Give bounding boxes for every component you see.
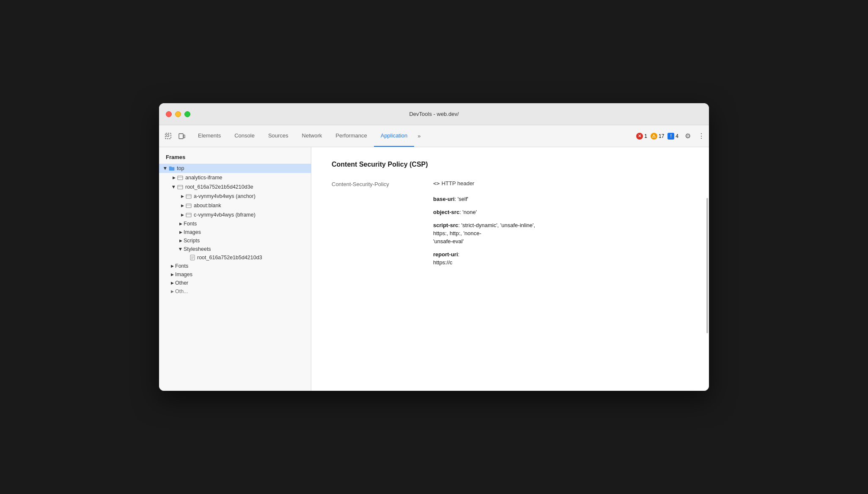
- sidebar-item-root-frame[interactable]: ▶ root_616a752e1b5d4210d3e: [159, 182, 311, 192]
- sidebar-label-fonts-root: Fonts: [184, 221, 197, 227]
- sidebar-item-about-blank[interactable]: ▶ about:blank: [159, 201, 311, 210]
- csp-key-header: Content-Security-Policy: [332, 180, 416, 187]
- file-icon-stylesheet: [190, 255, 195, 261]
- sidebar-label-about: about:blank: [194, 203, 221, 209]
- svg-rect-10: [186, 204, 191, 208]
- directive-object-src: object-src: [433, 209, 459, 215]
- more-options-button[interactable]: ⋮: [697, 130, 706, 142]
- svg-rect-4: [178, 176, 183, 180]
- sidebar-item-stylesheets-root[interactable]: ▶ Stylesheets: [159, 245, 311, 253]
- directive-report-uri: report-uri: [433, 251, 458, 258]
- tree-arrow-c-bframe: ▶: [179, 212, 185, 218]
- tree-arrow-fonts-top: ▶: [169, 263, 175, 269]
- csp-row-report-uri: report-uri:: [332, 251, 689, 258]
- sidebar-item-stylesheet-file[interactable]: root_616a752e1b5d4210d3: [159, 253, 311, 262]
- csp-value-script-src: script-src: 'strict-dynamic', 'unsafe-in…: [433, 222, 689, 228]
- tab-performance[interactable]: Performance: [329, 125, 374, 147]
- sidebar-item-c-bframe[interactable]: ▶ c-vynmy4vb4wys (bframe): [159, 210, 311, 220]
- directive-base-uri: base-uri: [433, 196, 455, 202]
- element-picker-button[interactable]: [162, 130, 174, 142]
- content-panel: Content Security Policy (CSP) Content-Se…: [311, 147, 709, 391]
- sidebar-item-a-anchor[interactable]: ▶ a-vynmy4vb4wys (anchor): [159, 192, 311, 201]
- settings-button[interactable]: ⚙: [682, 130, 694, 142]
- csp-value-header: <> HTTP header: [433, 180, 689, 187]
- folder-icon-analytics: [177, 174, 184, 181]
- maximize-button[interactable]: [184, 111, 190, 117]
- csp-row-script-src: script-src: 'strict-dynamic', 'unsafe-in…: [332, 222, 689, 228]
- warning-icon: ⚠: [651, 133, 657, 140]
- sidebar-item-analytics-iframe[interactable]: ▶ analytics-iframe: [159, 173, 311, 182]
- svg-rect-2: [179, 134, 183, 139]
- traffic-lights: [166, 111, 190, 117]
- sidebar-header: Frames: [159, 152, 311, 164]
- tab-sources[interactable]: Sources: [261, 125, 295, 147]
- csp-row-nonce: https:, http:, 'nonce-: [332, 230, 689, 236]
- sidebar-label-images-root: Images: [184, 229, 201, 235]
- csp-row-header: Content-Security-Policy <> HTTP header: [332, 180, 689, 187]
- content-scrollbar-thumb: [706, 198, 708, 333]
- tab-elements[interactable]: Elements: [191, 125, 228, 147]
- sidebar-item-fonts-top[interactable]: ▶ Fonts: [159, 262, 311, 270]
- toolbar-icons: [162, 130, 188, 142]
- more-tabs-button[interactable]: »: [414, 125, 424, 147]
- sidebar-item-top[interactable]: ▶ top: [159, 164, 311, 173]
- folder-icon-c-bframe: [185, 211, 192, 218]
- tree-arrow-about: ▶: [179, 203, 185, 209]
- folder-icon-about: [185, 202, 192, 209]
- tab-console[interactable]: Console: [228, 125, 261, 147]
- svg-rect-0: [165, 133, 171, 139]
- tree-arrow-stylesheets: ▶: [178, 246, 184, 252]
- csp-key-script-src: [332, 222, 416, 223]
- csp-key-unsafe-eval: [332, 238, 416, 239]
- sidebar-label-scripts-root: Scripts: [184, 238, 200, 244]
- csp-key-object-src: [332, 209, 416, 210]
- toolbar: Elements Console Sources Network Perform…: [159, 125, 709, 147]
- tree-arrow-root: ▶: [171, 184, 177, 190]
- tree-arrow-other-top: ▶: [169, 280, 175, 286]
- csp-key-base-uri: [332, 196, 416, 197]
- titlebar: DevTools - web.dev/: [159, 103, 709, 125]
- folder-icon-a-anchor: [185, 193, 192, 200]
- info-badge[interactable]: ! 4: [667, 133, 678, 140]
- csp-key-report-uri: [332, 251, 416, 252]
- csp-row-base-uri: base-uri: 'self': [332, 196, 689, 202]
- sidebar-label-other-top: Other: [175, 280, 188, 286]
- sidebar-label-a-anchor: a-vynmy4vb4wys (anchor): [194, 193, 255, 199]
- sidebar-item-images-top[interactable]: ▶ Images: [159, 270, 311, 279]
- csp-value-object-src: object-src: 'none': [433, 209, 689, 215]
- sidebar-item-fonts-root[interactable]: ▶ Fonts: [159, 220, 311, 228]
- csp-key-https-c: [332, 259, 416, 260]
- tab-network[interactable]: Network: [295, 125, 329, 147]
- sidebar-item-other-2[interactable]: ▶ Oth...: [159, 287, 311, 296]
- sidebar-item-scripts-root[interactable]: ▶ Scripts: [159, 236, 311, 245]
- csp-value-nonce: https:, http:, 'nonce-: [433, 230, 689, 236]
- csp-row-unsafe-eval: 'unsafe-eval': [332, 238, 689, 244]
- csp-value-report-uri: report-uri:: [433, 251, 689, 258]
- main-content: Frames ▶ top ▶ analytics-iframe ▶: [159, 147, 709, 391]
- tree-arrow-other-2: ▶: [169, 288, 175, 294]
- error-badge[interactable]: ✕ 1: [636, 133, 647, 140]
- sidebar-label-other-2: Oth...: [175, 288, 188, 294]
- tab-bar: Elements Console Sources Network Perform…: [191, 125, 636, 147]
- device-toggle-button[interactable]: [176, 130, 188, 142]
- close-button[interactable]: [166, 111, 172, 117]
- tree-arrow-scripts-root: ▶: [178, 238, 184, 244]
- minimize-button[interactable]: [175, 111, 181, 117]
- sidebar-item-other-top[interactable]: ▶ Other: [159, 279, 311, 287]
- content-scrollbar[interactable]: [706, 147, 709, 391]
- sidebar-label-top: top: [177, 165, 184, 171]
- devtools-window: DevTools - web.dev/ Elements: [159, 103, 709, 391]
- http-header-badge: <> HTTP header: [433, 180, 474, 187]
- csp-table: Content-Security-Policy <> HTTP header b…: [332, 180, 689, 266]
- window-title: DevTools - web.dev/: [409, 111, 459, 117]
- sidebar-item-images-root[interactable]: ▶ Images: [159, 228, 311, 236]
- sidebar-label-c-bframe: c-vynmy4vb4wys (bframe): [194, 212, 255, 218]
- tree-arrow-images-root: ▶: [178, 229, 184, 235]
- warning-badge[interactable]: ⚠ 17: [651, 133, 664, 140]
- csp-title: Content Security Policy (CSP): [332, 161, 689, 168]
- toolbar-right: ✕ 1 ⚠ 17 ! 4 ⚙ ⋮: [636, 130, 706, 142]
- sidebar-label-analytics: analytics-iframe: [185, 175, 222, 181]
- folder-icon-root: [177, 184, 184, 190]
- tab-application[interactable]: Application: [374, 125, 415, 147]
- sidebar-label-root: root_616a752e1b5d4210d3e: [185, 184, 253, 190]
